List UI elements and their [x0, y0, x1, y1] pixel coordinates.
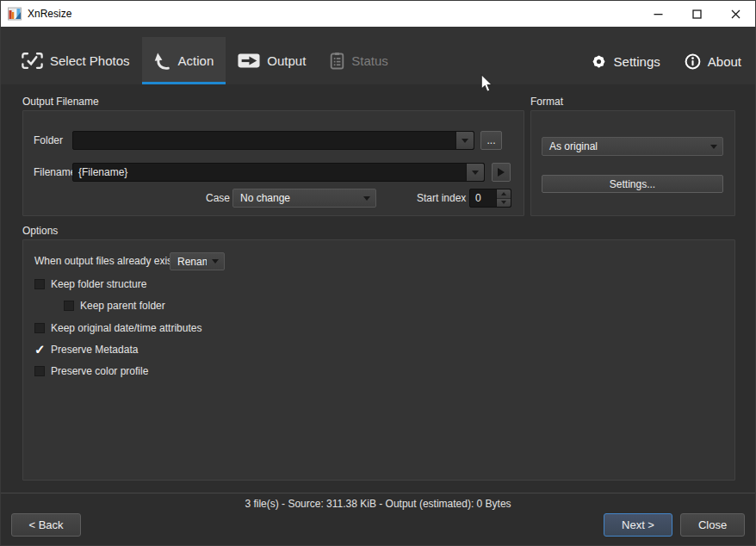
next-label: Next >: [622, 518, 654, 531]
case-value: No change: [233, 192, 358, 204]
spinner-buttons: [496, 189, 511, 207]
group-title: Options: [22, 225, 735, 239]
format-body: As original Settings...: [530, 110, 735, 216]
insert-token-button[interactable]: [492, 163, 511, 182]
maximize-icon: [692, 9, 702, 19]
titlebar: XnResize: [1, 1, 755, 27]
filename-dropdown-button[interactable]: [466, 164, 484, 181]
mouse-cursor: [480, 74, 493, 94]
start-index-label: Start index: [417, 189, 466, 208]
chevron-down-icon: [358, 196, 375, 201]
chevron-down-icon: [207, 259, 224, 264]
chevron-down-icon: [472, 171, 479, 175]
play-icon: [498, 168, 505, 177]
format-settings-label: Settings...: [610, 178, 655, 190]
format-group: Format As original Settings...: [530, 96, 735, 216]
output-filename-body: Folder ... Filename {Filename} Case: [22, 110, 524, 216]
tab-output[interactable]: Output: [226, 37, 318, 84]
tab-label: Select Photos: [50, 53, 130, 68]
back-button[interactable]: < Back: [11, 513, 81, 537]
chevron-up-icon: [501, 192, 506, 195]
about-button[interactable]: About: [685, 53, 741, 70]
folder-label: Folder: [34, 131, 63, 150]
back-label: < Back: [28, 518, 63, 531]
checkbox-preserve-color-profile[interactable]: Preserve color profile: [34, 365, 148, 377]
app-window: XnResize: [0, 0, 756, 546]
chevron-down-icon: [462, 139, 468, 143]
folder-value: [73, 132, 455, 149]
browse-label: ...: [486, 134, 495, 146]
checkbox-keep-datetime[interactable]: Keep original date/time attributes: [34, 322, 201, 334]
tab-bar: Select Photos Action: [9, 37, 400, 84]
settings-button[interactable]: Settings: [591, 53, 660, 70]
select-photos-icon: [22, 53, 43, 69]
filename-combobox[interactable]: {Filename}: [72, 163, 485, 182]
status-icon: [330, 52, 344, 70]
browse-folder-button[interactable]: ...: [480, 131, 502, 150]
checkbox-icon: [34, 279, 45, 289]
chevron-down-icon: [705, 145, 722, 149]
checkbox-preserve-metadata[interactable]: Preserve Metadata: [34, 344, 138, 356]
about-label: About: [708, 54, 741, 69]
options-body: When output files already exist Rename K…: [22, 239, 735, 481]
status-text: 3 file(s) - Source: 311.38 KiB - Output …: [1, 498, 755, 510]
footer-separator: [1, 493, 755, 493]
close-label: Close: [698, 518, 727, 531]
filename-label: Filename: [34, 163, 76, 182]
tab-label: Status: [351, 53, 388, 68]
maximize-button[interactable]: [678, 1, 716, 27]
options-group: Options When output files already exist …: [22, 225, 735, 481]
checkbox-keep-folder-structure[interactable]: Keep folder structure: [34, 278, 146, 290]
group-title: Format: [530, 96, 735, 110]
toolbar: Select Photos Action: [1, 27, 755, 84]
main-content: Output Filename Folder ... Filename {Fil…: [1, 84, 755, 493]
info-icon: [685, 53, 701, 70]
checkbox-label: Keep parent folder: [80, 300, 165, 312]
checkbox-label: Keep folder structure: [51, 278, 146, 290]
window-controls: [639, 1, 755, 27]
start-index-stepper[interactable]: 0: [469, 189, 511, 208]
case-dropdown[interactable]: No change: [232, 189, 376, 208]
action-icon: [154, 52, 171, 71]
tab-action[interactable]: Action: [142, 37, 226, 84]
folder-dropdown-button[interactable]: [455, 132, 474, 149]
settings-label: Settings: [614, 54, 660, 69]
exist-label: When output files already exist: [34, 252, 175, 270]
close-icon: [731, 9, 741, 19]
start-index-value: 0: [470, 189, 496, 207]
toolbar-actions: Settings About: [591, 39, 741, 84]
group-title: Output Filename: [22, 96, 524, 110]
checkbox-icon: [34, 366, 45, 376]
checkbox-label: Preserve color profile: [51, 365, 148, 377]
chevron-down-icon: [501, 201, 506, 204]
case-label: Case: [206, 189, 230, 208]
spin-down-button[interactable]: [497, 199, 511, 208]
gear-icon: [591, 53, 607, 70]
checkbox-icon: [34, 344, 45, 355]
checkbox-icon: [34, 323, 45, 333]
window-title: XnResize: [28, 8, 71, 20]
tab-label: Output: [267, 53, 306, 68]
close-dialog-button[interactable]: Close: [680, 513, 745, 537]
next-button[interactable]: Next >: [604, 513, 672, 537]
folder-combobox[interactable]: [72, 131, 474, 150]
exist-value: Rename: [170, 256, 207, 268]
close-button[interactable]: [716, 1, 755, 27]
minimize-icon: [654, 9, 663, 19]
format-settings-button[interactable]: Settings...: [542, 175, 723, 193]
format-value: As original: [542, 140, 705, 152]
checkbox-keep-parent-folder[interactable]: Keep parent folder: [64, 300, 165, 312]
output-filename-group: Output Filename Folder ... Filename {Fil…: [22, 96, 524, 216]
format-dropdown[interactable]: As original: [542, 137, 723, 156]
output-icon: [238, 53, 260, 68]
checkbox-icon: [64, 301, 74, 311]
app-logo-icon: [8, 7, 22, 21]
checkbox-label: Keep original date/time attributes: [51, 322, 201, 334]
spin-up-button[interactable]: [497, 189, 511, 199]
exist-dropdown[interactable]: Rename: [170, 252, 225, 270]
tab-select-photos[interactable]: Select Photos: [9, 37, 142, 84]
checkbox-label: Preserve Metadata: [51, 344, 138, 356]
tab-status[interactable]: Status: [318, 37, 400, 84]
minimize-button[interactable]: [639, 1, 678, 27]
tab-label: Action: [178, 53, 214, 68]
